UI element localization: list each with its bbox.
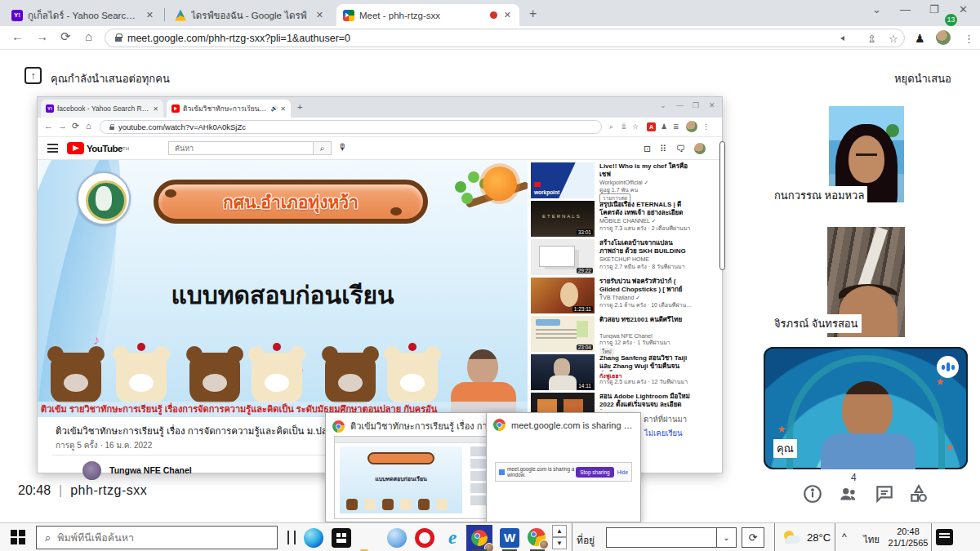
video-thumbnail[interactable]: 14:11: [531, 354, 595, 390]
create-video-icon[interactable]: ⊡: [644, 144, 651, 154]
window-preview-meet[interactable]: meet.google.com is sharing a ... meet.go…: [486, 412, 641, 522]
share-icon[interactable]: ⇫: [621, 122, 627, 131]
browser-menu-icon[interactable]: ⋮: [964, 33, 974, 45]
taskbar-scroll-buttons[interactable]: ▲▼: [552, 525, 567, 550]
profile-avatar[interactable]: [686, 121, 697, 132]
temperature[interactable]: 28°C: [807, 531, 831, 544]
video-player[interactable]: กศน.อำเภอทุ่งหว้า แบบทดสอบก่อนเรียน ♪ ♪ …: [38, 160, 528, 417]
extensions-icon[interactable]: ♟: [661, 122, 667, 131]
messages-icon[interactable]: 🗨: [676, 144, 685, 153]
youtube-search-input[interactable]: [175, 144, 307, 153]
back-icon[interactable]: ←: [44, 121, 53, 131]
youtube-profile-avatar[interactable]: [694, 143, 706, 154]
bookmark-star-icon[interactable]: ☆: [632, 122, 639, 131]
browser-menu-icon[interactable]: ⋮: [702, 122, 710, 131]
shared-window-close-icon[interactable]: ✕: [709, 101, 715, 109]
shared-tab-youtube-active[interactable]: ติวเข้มวิชาทักษะการเรียนรู้ เรื่อง ก 🔊 ✕: [167, 100, 291, 118]
weather-icon[interactable]: [782, 531, 802, 545]
sidebar-link-fragment[interactable]: ไม่เคยเรียน: [644, 427, 683, 439]
video-thumbnail[interactable]: 29:22: [531, 239, 595, 275]
hidden-icons-chevron[interactable]: ^: [842, 531, 847, 543]
forward-icon[interactable]: →: [36, 29, 48, 43]
extensions-icon[interactable]: ♟: [915, 32, 925, 45]
video-thumbnail[interactable]: workpoint: [531, 162, 595, 198]
address-go-button[interactable]: ⟳: [742, 527, 764, 548]
start-button[interactable]: [11, 530, 25, 544]
notification-center-icon[interactable]: [936, 529, 953, 545]
reload-icon[interactable]: ⟳: [72, 121, 79, 131]
tab-drive[interactable]: ไดรฟ์ของฉัน - Google ไดรฟ์ ✕: [168, 4, 332, 26]
home-icon[interactable]: ⌂: [85, 29, 92, 43]
video-thumbnail[interactable]: 23:04: [531, 316, 595, 352]
search-icon[interactable]: ⌕: [609, 122, 613, 131]
share-icon[interactable]: ⇫: [867, 33, 876, 45]
reading-list-icon[interactable]: ≣: [673, 122, 679, 131]
taskbar-search-box[interactable]: ⌕: [36, 526, 278, 549]
tab-close-icon[interactable]: ✕: [280, 105, 286, 113]
tab-close-icon[interactable]: ✕: [502, 10, 513, 20]
language-indicator[interactable]: ไทย: [863, 532, 880, 547]
youtube-logo[interactable]: YouTube TH: [67, 142, 129, 154]
tab-close-icon[interactable]: ✕: [145, 10, 155, 20]
window-menu-icon[interactable]: ⌄: [872, 3, 881, 16]
youtube-search-button[interactable]: ⌕: [314, 141, 332, 155]
mic-icon[interactable]: 🎙: [338, 142, 347, 152]
shared-window-restore-icon[interactable]: ❐: [693, 101, 699, 109]
taskbar-clock[interactable]: 20:48 21/1/2565: [887, 527, 929, 549]
tab-close-icon[interactable]: ✕: [314, 10, 325, 20]
task-view-button[interactable]: [287, 531, 296, 544]
pdf-extension-icon[interactable]: A: [647, 122, 656, 131]
edge-icon[interactable]: [304, 528, 323, 548]
forward-icon[interactable]: →: [58, 121, 67, 131]
opera-icon[interactable]: [415, 528, 434, 548]
address-bar[interactable]: meet.google.com/phh-rtzg-sxx?pli=1&authu…: [105, 29, 905, 47]
app-icon-dark[interactable]: [332, 528, 351, 548]
shared-address-bar[interactable]: youtube.com/watch?v=AHk0A0kSjZc: [100, 120, 602, 134]
home-icon[interactable]: ⌂: [86, 121, 91, 131]
stop-sharing-button[interactable]: Stop sharing: [576, 467, 614, 478]
scrollbar-thumb[interactable]: [719, 141, 725, 270]
channel-name[interactable]: Tungwa NFE Chanel: [109, 465, 192, 475]
shared-tab-facebook[interactable]: Y! facebook - Yahoo Search Results ✕: [41, 100, 163, 118]
tab-yahoo[interactable]: Y! กูเก็ลไดร์ - Yahoo Search Results Ya …: [5, 4, 162, 26]
new-tab-button[interactable]: +: [529, 7, 537, 21]
recommended-video[interactable]: 23:04 ติวสอบ ทช21001 คนดีศรีไทย Tungwa N…: [531, 316, 720, 353]
taskbar-search-input[interactable]: [57, 532, 269, 544]
back-icon[interactable]: ←: [11, 29, 24, 43]
window-minimize-icon[interactable]: —: [900, 3, 911, 16]
shared-window-menu-icon[interactable]: ⌄: [660, 101, 666, 109]
window-restore-icon[interactable]: ❐: [929, 3, 939, 16]
recommended-video[interactable]: workpoint Live!! Who is my chef ใครคือเช…: [531, 162, 720, 200]
shared-new-tab-button[interactable]: +: [297, 102, 302, 112]
profile-avatar[interactable]: [936, 30, 951, 45]
reload-icon[interactable]: ⟳: [60, 29, 71, 44]
activities-icon[interactable]: [908, 483, 929, 504]
chat-icon[interactable]: [874, 483, 895, 504]
chrome-second-icon[interactable]: [528, 528, 547, 548]
apps-grid-icon[interactable]: ⠿: [660, 144, 666, 154]
menu-icon[interactable]: [47, 144, 58, 153]
address-dropdown-button[interactable]: ⌄: [717, 527, 737, 548]
recommended-video[interactable]: 1:23:11 รายรับปวน พ่อครัวหัวป่าก์ ( Gild…: [531, 278, 720, 315]
stop-presenting-button[interactable]: หยุดนำเสนอ: [894, 70, 951, 87]
participants-icon[interactable]: [838, 483, 859, 504]
recommended-video[interactable]: 29:22 สร้างโมเดลบ้านจากแปลนภาพถ่าย ด้วย …: [531, 239, 720, 277]
video-thumbnail[interactable]: ETERNALS 33:01: [531, 201, 595, 237]
hide-link[interactable]: Hide: [617, 469, 628, 475]
app-icon-blue-sphere[interactable]: [387, 528, 407, 548]
tab-close-icon[interactable]: ✕: [153, 105, 158, 113]
bookmark-star-icon[interactable]: ☆: [889, 33, 898, 45]
internet-explorer-icon[interactable]: e: [443, 528, 462, 548]
youtube-search-box[interactable]: [168, 141, 314, 155]
address-toolbar-input[interactable]: [606, 527, 717, 548]
video-thumbnail[interactable]: 1:23:11: [531, 278, 595, 313]
window-close-icon[interactable]: ✕: [959, 3, 968, 16]
word-icon[interactable]: W: [500, 528, 519, 548]
channel-avatar[interactable]: [82, 461, 101, 480]
recommended-video[interactable]: 14:11 Zhang Sanfeng สอนวิชา Taiji และ Zh…: [531, 354, 720, 392]
shared-window-minimize-icon[interactable]: —: [676, 101, 684, 109]
meeting-details-icon[interactable]: [802, 483, 823, 504]
file-explorer-icon[interactable]: [359, 548, 379, 551]
chrome-taskbar-active[interactable]: [466, 525, 492, 551]
recommended-video[interactable]: ETERNALS 33:01 สรุปเนื้อเรื่อง ETERNALS …: [531, 201, 720, 238]
